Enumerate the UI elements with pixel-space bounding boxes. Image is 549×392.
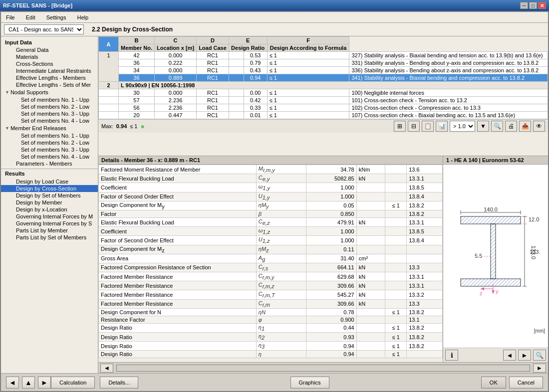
grid-btn-3[interactable]: 📋 <box>422 121 434 132</box>
table-row[interactable]: 34 0.000 RC1 0.43 ≤ 1 336) Stability ana… <box>99 67 548 74</box>
grid-export-btn[interactable]: 📤 <box>519 121 531 132</box>
grid-btn-2[interactable]: ⊟ <box>408 121 420 132</box>
tree-gov-int-forces-m[interactable]: Governing Internal Forces by M <box>1 213 98 220</box>
tree-general-data[interactable]: General Data <box>1 46 98 53</box>
tree-nodal-4[interactable]: Set of members No. 4 - Low <box>1 117 98 124</box>
window-controls: ─ □ ✕ <box>520 2 546 9</box>
tree-design-x-location[interactable]: Design by x-Location <box>1 206 98 213</box>
le-57: ≤ 1 <box>267 97 349 104</box>
loc-34: 0.000 <box>154 67 196 74</box>
status-btn-1[interactable]: ◄ <box>100 364 113 373</box>
nodal-supports-group[interactable]: ▼ Nodal Supports <box>1 88 98 96</box>
grid-filter-btn[interactable]: ▼ <box>477 121 489 132</box>
ok-button[interactable]: OK <box>481 377 506 389</box>
tree-eff-lengths-members[interactable]: Effective Lengths - Members <box>1 74 98 81</box>
det-le-19: ≤ 1 <box>385 333 407 342</box>
max-label: Max: <box>101 123 113 129</box>
status-btn-2[interactable]: ► <box>533 364 546 373</box>
det-prop-13: Factored Member Resistance <box>99 281 257 290</box>
expand-icon: ▼ <box>5 90 9 95</box>
maximize-button[interactable]: □ <box>529 2 537 9</box>
tree-intermediate-restraints[interactable]: Intermediate Lateral Restraints <box>1 67 98 74</box>
detail-row: Design Component for Mz ηMz 0.11 <box>99 245 443 254</box>
tree-eff-lengths-sets[interactable]: Effective Lengths - Sets of Mer <box>1 81 98 88</box>
minimize-button[interactable]: ─ <box>520 2 528 9</box>
det-le-4: ≤ 1 <box>385 201 407 210</box>
tree-mend-3[interactable]: Set of members No. 3 - Upp <box>1 146 98 153</box>
close-button[interactable]: ✕ <box>538 2 546 9</box>
le-42: ≤ 1 <box>267 52 349 59</box>
cancel-button[interactable]: Cancel <box>509 377 543 389</box>
table-row[interactable]: 20 0.447 RC1 0.01 ≤ 1 107) Cross-section… <box>99 112 548 119</box>
det-le-11 <box>385 263 407 272</box>
detail-row: Design Ratio η 0.94 ≤ 1 <box>99 351 443 358</box>
table-row[interactable]: 36 0.222 RC1 0.79 ≤ 1 331) Stability ana… <box>99 59 548 67</box>
tree-params[interactable]: Parameters - Members <box>1 160 98 167</box>
tree-mend-4[interactable]: Set of members No. 4 - Low <box>1 153 98 160</box>
nav-up-button[interactable]: ▲ <box>22 377 35 389</box>
tree-mend-1[interactable]: Set of members No. 1 - Upp <box>1 132 98 139</box>
tree-design-load-case[interactable]: Design by Load Case <box>1 178 98 185</box>
det-prop-4: Design Component for My <box>99 201 257 210</box>
grid-eye-btn[interactable]: 👁 <box>533 121 545 132</box>
det-sym-9: ηMz <box>256 245 306 254</box>
grid-search-btn[interactable]: 🔍 <box>491 121 503 132</box>
det-le-9 <box>385 245 407 254</box>
det-sym-11: Cr,s <box>256 263 306 272</box>
member-end-group[interactable]: ▼ Member End Releases <box>1 124 98 132</box>
section-zoom-button[interactable]: 🔍 <box>533 350 546 361</box>
status-bar: ◄ ► <box>98 362 548 373</box>
det-le-14 <box>385 290 407 299</box>
tree-mend-2[interactable]: Set of members No. 2 - Low <box>1 139 98 146</box>
tree-nodal-1[interactable]: Set of members No. 1 - Upp <box>1 96 98 103</box>
grid-btn-4[interactable]: 📊 <box>436 121 448 132</box>
tree-materials[interactable]: Materials <box>1 53 98 60</box>
nav-prev-button[interactable]: ◄ <box>6 377 19 389</box>
tree-design-set-members[interactable]: Design by Set of Members <box>1 192 98 199</box>
grid-btn-1[interactable]: ⊞ <box>394 121 406 132</box>
det-sym-13: Cr,m,z <box>256 281 306 290</box>
menu-edit[interactable]: Edit <box>23 13 38 21</box>
det-le-1 <box>385 174 407 183</box>
section-prev-button[interactable]: ◄ <box>503 350 516 361</box>
det-prop-21: Design Ratio <box>99 351 257 358</box>
nav-next-button[interactable]: ► <box>38 377 51 389</box>
det-unit-7 <box>356 227 385 236</box>
table-row-selected[interactable]: 36 0.889 RC1 0.94 ≤ 1 341) Stability ana… <box>99 74 548 82</box>
details-button[interactable]: Details... <box>100 377 138 389</box>
formula-30: 100) Negligible internal forces <box>349 89 548 97</box>
tree-nodal-2[interactable]: Set of members No. 2 - Low <box>1 103 98 110</box>
lc-57: RC1 <box>197 97 229 104</box>
menu-settings[interactable]: Settings <box>43 13 69 21</box>
horizontal-scrollbar[interactable] <box>116 365 530 372</box>
grid-print-btn[interactable]: 🖨 <box>505 121 517 132</box>
table-row[interactable]: 56 2.236 RC1 0.33 ≤ 1 102) Cross-section… <box>99 104 548 112</box>
det-le-20: ≤ 1 <box>385 342 407 351</box>
tree-nodal-3[interactable]: Set of members No. 3 - Upp <box>1 110 98 117</box>
case-selector[interactable]: CA1 - Design acc. to SANS <box>4 24 84 34</box>
tree-cross-sections[interactable]: Cross-Sections <box>1 60 98 67</box>
tree-design-cross-section[interactable]: Design by Cross-Section <box>1 185 98 192</box>
table-row[interactable]: 30 0.000 RC1 0.00 ≤ 1 100) Negligible in… <box>99 89 548 97</box>
filter-dropdown[interactable]: > 1.0 <box>450 121 475 132</box>
tree-gov-int-forces-s[interactable]: Governing Internal Forces by S <box>1 220 98 227</box>
section-next-button[interactable]: ► <box>518 350 531 361</box>
table-row[interactable]: 1 42 0.000 RC1 0.53 ≤ 1 327) Stability a… <box>99 52 548 59</box>
det-val-18: 0.44 <box>306 323 356 332</box>
section-panel: 1 - HE A 140 | Euronorm 53-62 <box>443 156 548 362</box>
menu-help[interactable]: Help <box>74 13 91 21</box>
menu-file[interactable]: File <box>3 13 18 21</box>
calculation-button[interactable]: Calculation <box>51 377 95 389</box>
le-36a: ≤ 1 <box>267 59 349 67</box>
table-row[interactable]: 57 2.236 RC1 0.42 ≤ 1 101) Cross-section… <box>99 97 548 104</box>
tree-design-member[interactable]: Design by Member <box>1 199 98 206</box>
formula-42: 327) Stability analysis - Biaxial bendin… <box>349 52 548 59</box>
det-prop-5: Factor <box>99 210 257 217</box>
graphics-button[interactable]: Graphics <box>290 377 329 389</box>
color-bar-36a <box>229 59 244 67</box>
color-bar-56 <box>229 104 244 112</box>
tree-parts-list-member[interactable]: Parts List by Member <box>1 227 98 234</box>
lc-36a: RC1 <box>197 59 229 67</box>
info-button[interactable]: ℹ <box>445 350 458 361</box>
tree-parts-list-sets[interactable]: Parts List by Set of Members <box>1 234 98 241</box>
